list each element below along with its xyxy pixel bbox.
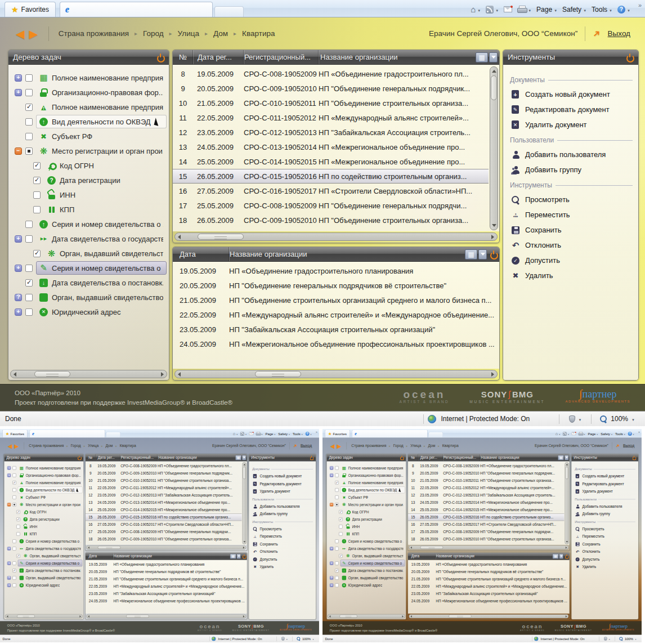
power-icon[interactable] xyxy=(490,251,498,258)
column-header-org-name[interactable]: Название организации xyxy=(113,553,247,560)
scroll-right-arrow[interactable] xyxy=(565,614,568,618)
scroll-right-arrow[interactable] xyxy=(401,614,405,618)
scroll-left-arrow[interactable] xyxy=(176,233,183,240)
checkbox-unchecked[interactable] xyxy=(25,221,33,228)
table-row[interactable]: 1425.05.2009СРО-С-014-19052015НП «Межрег… xyxy=(86,506,242,513)
plus-expander-icon[interactable]: + xyxy=(330,473,333,477)
checkbox-checked[interactable] xyxy=(339,517,342,521)
toolbar-overflow-chevron[interactable]: » xyxy=(638,2,642,8)
tool-item[interactable]: Просмотреть xyxy=(510,192,633,207)
back-arrow-button[interactable] xyxy=(8,442,12,449)
tools-menu[interactable]: Tools xyxy=(615,432,625,436)
tool-item[interactable]: Удалить документ xyxy=(510,117,633,132)
back-arrow-button[interactable] xyxy=(330,442,335,449)
plus-expander-icon[interactable]: + xyxy=(7,466,11,470)
plus-expander-icon[interactable]: + xyxy=(330,466,333,470)
checkbox-checked[interactable] xyxy=(339,510,342,514)
scrollbar-thumb[interactable] xyxy=(449,615,472,618)
table-row[interactable]: 19.05.2009НП «Объединение градостроитель… xyxy=(173,263,499,278)
scroll-left-arrow[interactable] xyxy=(176,370,183,378)
checkbox-unchecked[interactable] xyxy=(16,532,20,536)
checkbox-checked[interactable] xyxy=(16,554,20,558)
mail-button[interactable] xyxy=(504,6,512,12)
tool-item[interactable]: Допустить xyxy=(575,556,635,564)
page-menu[interactable]: Page xyxy=(266,432,276,436)
browser-tab[interactable] xyxy=(29,430,105,438)
breadcrumb-item[interactable]: Дом xyxy=(105,444,113,448)
checkbox-mixed[interactable] xyxy=(12,503,16,507)
checkbox-checked[interactable] xyxy=(25,279,33,287)
breadcrumb-item[interactable]: Квартира xyxy=(442,444,459,448)
tree-item[interactable]: Орган, выдавший свидетельство... xyxy=(15,246,167,261)
checkbox-mixed[interactable] xyxy=(25,147,33,155)
breadcrumb-item[interactable]: Страна проживания xyxy=(59,29,129,38)
checkbox-unchecked[interactable] xyxy=(335,473,338,477)
checkbox-unchecked[interactable] xyxy=(12,495,16,499)
checkbox-checked[interactable] xyxy=(16,517,20,521)
checkbox-unchecked[interactable] xyxy=(12,488,16,492)
table-row[interactable]: 19.05.2009НП «Объединение градостроитель… xyxy=(408,561,570,568)
tree-item[interactable]: Вид деятельности по ОКВЭД xyxy=(15,114,167,129)
column-header-reg-number[interactable]: Регистрационный... xyxy=(120,454,158,462)
table-row[interactable]: 21.05.2009НП "Объединение строительных о… xyxy=(408,575,570,583)
mail-button[interactable] xyxy=(249,432,253,436)
table-menu-dropdown[interactable] xyxy=(242,455,246,460)
tool-item[interactable]: Допустить xyxy=(510,253,633,268)
checkbox-unchecked[interactable] xyxy=(25,265,33,272)
protected-mode-button[interactable] xyxy=(563,415,587,423)
table-row[interactable]: 22.05.2009НП «Международный альянс строи… xyxy=(86,583,247,590)
breadcrumb-item[interactable]: Дом xyxy=(428,444,435,448)
tree-item[interactable]: Субъект РФ xyxy=(330,494,405,501)
tree-item[interactable]: Вид деятельности по ОКВЭД xyxy=(330,486,405,494)
breadcrumb-item[interactable]: Город xyxy=(143,29,164,38)
scroll-up-arrow[interactable] xyxy=(490,68,498,75)
minus-expander-icon[interactable]: − xyxy=(330,503,333,507)
horizontal-scrollbar[interactable] xyxy=(409,614,568,619)
forward-arrow-button[interactable] xyxy=(14,442,19,449)
table-row[interactable]: 1826.05.2009СРО-С-009-19052010НП "Объеди… xyxy=(408,535,565,543)
tool-item[interactable]: Просмотреть xyxy=(252,525,313,533)
feeds-button[interactable] xyxy=(486,6,499,14)
help-button[interactable] xyxy=(617,6,630,14)
table-row[interactable]: 21.05.2009НП "Объединение строительных о… xyxy=(173,293,499,307)
breadcrumb-item[interactable]: Квартира xyxy=(242,29,275,38)
table-row[interactable]: 1122.05.2009СРО-С-011-19052012НП «Междун… xyxy=(408,484,565,491)
tree-item[interactable]: +Организационно-правовая фор... xyxy=(7,472,83,479)
scroll-left-arrow[interactable] xyxy=(409,545,413,549)
horizontal-scrollbar[interactable] xyxy=(328,614,405,619)
table-row[interactable]: 1021.05.2009СРО-С-010-19052011НП "Объеди… xyxy=(86,477,242,484)
checkbox-unchecked[interactable] xyxy=(335,488,338,492)
vertical-scrollbar[interactable] xyxy=(565,462,568,544)
tool-item[interactable]: Создать новый документ xyxy=(510,87,633,102)
scrollbar-thumb[interactable] xyxy=(126,615,149,618)
table-row[interactable]: 1826.05.2009СРО-С-009-19052010НП "Объеди… xyxy=(86,535,242,543)
column-header-org-name[interactable]: Название организации xyxy=(319,50,499,64)
horizontal-scrollbar[interactable] xyxy=(10,370,167,378)
print-button[interactable] xyxy=(256,432,263,436)
tree-item[interactable]: Полное наименование предприя... xyxy=(330,479,405,486)
checkbox-checked[interactable] xyxy=(33,162,41,169)
plus-expander-icon[interactable]: + xyxy=(15,89,22,96)
print-button[interactable] xyxy=(579,432,585,436)
tree-item[interactable]: +Юридический адрес xyxy=(330,582,405,589)
table-row[interactable]: 1223.05.2009СРО-С-012-19052013НП "Забайк… xyxy=(173,125,489,140)
print-button[interactable] xyxy=(517,6,531,14)
column-header-num[interactable]: № xyxy=(86,454,96,462)
tree-item[interactable]: +Полное наименование предприя... xyxy=(330,464,405,472)
table-row[interactable]: 24.05.2009НП «Межрегиональное объединени… xyxy=(86,597,247,605)
help-button[interactable] xyxy=(628,432,634,436)
tree-item[interactable]: Код ОГРН xyxy=(7,508,83,516)
tool-item[interactable]: Добавить группу xyxy=(252,510,313,518)
checkbox-unchecked[interactable] xyxy=(12,583,16,587)
vertical-scrollbar[interactable] xyxy=(242,462,246,544)
forward-arrow-button[interactable] xyxy=(29,27,37,41)
column-header-date[interactable]: Дата xyxy=(173,247,229,261)
table-menu-dropdown[interactable] xyxy=(236,554,240,559)
tree-item[interactable]: +Полное наименование предприя... xyxy=(7,464,83,472)
tree-item[interactable]: −Место регистрации и орган прои... xyxy=(15,144,167,158)
tree-item[interactable]: +Дата свидетельства о государств... xyxy=(330,545,405,552)
table-row[interactable]: 1122.05.2009СРО-С-011-19052012НП «Междун… xyxy=(173,110,489,125)
power-icon[interactable] xyxy=(400,455,404,459)
table-menu-dropdown[interactable] xyxy=(478,249,487,260)
checkbox-unchecked[interactable] xyxy=(335,495,338,499)
